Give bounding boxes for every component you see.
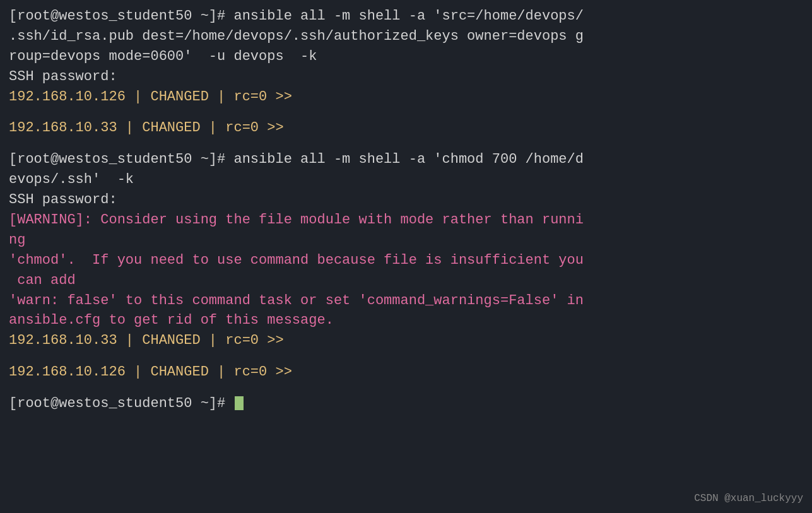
terminal-line: [root@westos_student50 ~]# [9,394,803,414]
terminal-text: CHANGED [150,89,208,105]
terminal-text: .ssh/id_rsa.pub dest=/home/devops/.ssh/a… [9,28,584,44]
terminal-line: .ssh/id_rsa.pub dest=/home/devops/.ssh/a… [9,27,803,47]
terminal-text: 192.168.10.33 | [9,333,142,348]
terminal-text: CHANGED [142,120,200,136]
terminal-line: 192.168.10.33 | CHANGED | rc=0 >> [9,331,803,351]
terminal-text: ansible.cfg to get rid of this message. [9,312,334,328]
terminal-text: evops/.ssh' -k [9,172,134,187]
terminal-text: SSH password: [9,192,117,208]
terminal-spacer [9,138,803,150]
terminal-line: 'warn: false' to this command task or se… [9,291,803,311]
terminal-window: [root@westos_student50 ~]# ansible all -… [0,0,812,513]
terminal-line: 192.168.10.126 | CHANGED | rc=0 >> [9,362,803,382]
terminal-text: | rc=0 >> [209,89,292,105]
terminal-text: ng [9,232,25,248]
terminal-line: evops/.ssh' -k [9,170,803,190]
terminal-line: ng [9,230,803,251]
terminal-text: 192.168.10.126 | [9,89,150,105]
terminal-output: [root@westos_student50 ~]# ansible all -… [9,6,803,414]
terminal-line: [root@westos_student50 ~]# ansible all -… [9,6,803,27]
terminal-text: CHANGED [150,364,208,380]
terminal-text: can add [9,273,76,288]
terminal-text: roup=devops mode=0600' -u devops -k [9,49,317,64]
terminal-line: can add [9,271,803,291]
terminal-line: 192.168.10.33 | CHANGED | rc=0 >> [9,118,803,138]
terminal-spacer [9,382,803,394]
terminal-line: [WARNING]: Consider using the file modul… [9,210,803,230]
terminal-line: [root@westos_student50 ~]# ansible all -… [9,150,803,170]
terminal-spacer [9,351,803,362]
terminal-line: ansible.cfg to get rid of this message. [9,310,803,331]
terminal-text: 192.168.10.126 | [9,364,150,380]
terminal-text: | rc=0 >> [201,120,284,136]
terminal-text: 'chmod'. If you need to use command beca… [9,252,584,268]
terminal-text: 'warn: false' to this command task or se… [9,293,584,309]
terminal-text: 192.168.10.33 | [9,120,142,136]
terminal-line: 'chmod'. If you need to use command beca… [9,251,803,271]
terminal-text: [root@westos_student50 ~]# [9,396,233,411]
terminal-line: 192.168.10.126 | CHANGED | rc=0 >> [9,87,803,107]
terminal-text: [root@westos_student50 ~]# ansible all -… [9,151,584,167]
terminal-line: roup=devops mode=0600' -u devops -k [9,47,803,67]
terminal-text: | rc=0 >> [201,333,284,348]
terminal-spacer [9,107,803,118]
terminal-line: SSH password: [9,67,803,87]
watermark: CSDN @xuan_luckyyy [694,493,803,504]
terminal-text: [WARNING]: Consider using the file modul… [9,212,584,228]
terminal-text: | rc=0 >> [209,364,292,380]
terminal-text: CHANGED [142,333,200,348]
terminal-text: SSH password: [9,69,117,85]
terminal-cursor [235,396,244,410]
terminal-line: SSH password: [9,190,803,210]
terminal-text: [root@westos_student50 ~]# ansible all -… [9,8,584,24]
